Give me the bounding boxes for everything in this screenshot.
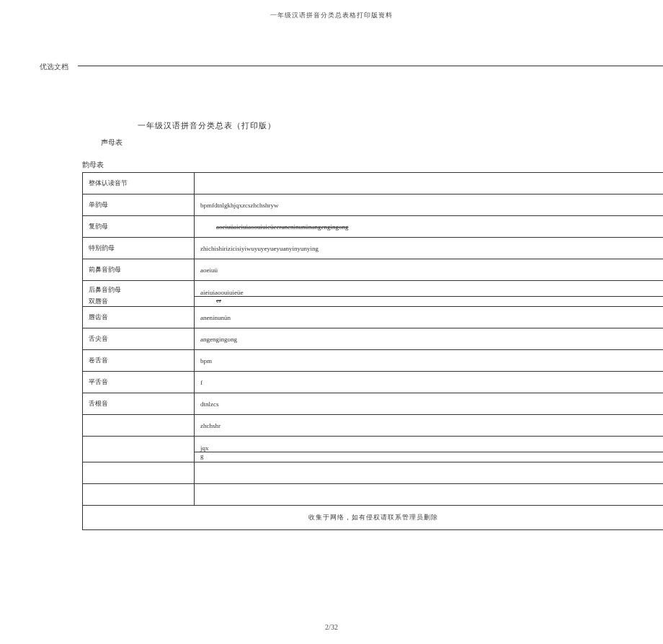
label-shengmu: 声母表 [101,138,663,148]
table-row: 特别韵母zhichishirizicisiyiwuyuyeyueyuanyiny… [83,238,664,259]
row-label: 卷舌音 [83,350,195,372]
row-label: 特别韵母 [83,238,195,259]
row-label: 前鼻音韵母 [83,259,195,281]
row-label: 整体认读音节 [83,173,195,194]
row-value: f [195,372,664,393]
table-row [83,462,664,484]
row-value: g [195,452,664,462]
table-row: 复韵母aoeiuüaieiuiaoouiuieüeeraneninunünang… [83,216,664,238]
page-header: 一年级汉语拼音分类总表格打印版资料 [0,0,663,20]
row-label: 单韵母 [83,194,195,216]
row-label: 平舌音 [83,372,195,393]
row-label: 复韵母 [83,216,195,238]
row-label [83,484,195,506]
table-row: 整体认读音节 [83,173,664,194]
row-value: angengingong [195,328,664,350]
table-row: 后鼻音韵母aieiuiaoouiuieüe [83,281,664,297]
row-value: zhchshr [195,415,664,437]
table-row [83,484,664,506]
row-value [195,462,664,484]
row-value: bpmfdtnlgkhjqxzcszhchshryw [195,194,664,216]
row-label [83,415,195,437]
row-label: 双唇音 [83,297,195,307]
row-value [195,484,664,506]
row-value: zhichishirizicisiyiwuyuyeyueyuanyinyunyi… [195,238,664,259]
row-value: aoeiuü [195,259,664,281]
row-label [83,452,195,462]
row-value: aieiuiaoouiuieüe [195,281,664,297]
table-row: 卷舌音bpm [83,350,664,372]
table-row: 舌根音dtnlzcs [83,393,664,415]
table-row: g [83,452,664,462]
table-row: 单韵母bpmfdtnlgkhjqxzcszhchshryw [83,194,664,216]
page-number: 2/32 [0,623,663,631]
row-label: 舌尖音 [83,328,195,350]
header-rule [78,66,663,66]
footer-note: 收集于网络，如有侵权请联系管理员删除 [89,513,657,522]
label-yunmu: 韵母表 [82,160,663,170]
pinyin-table: 整体认读音节单韵母bpmfdtnlgkhjqxzcszhchshryw复韵母ao… [82,172,663,530]
content-area: 一年级汉语拼音分类总表（打印版） 声母表 韵母表 整体认读音节单韵母bpmfdt… [82,120,663,530]
row-value: bpm [195,350,664,372]
table-row: 平舌音f [83,372,664,393]
row-value: er [195,297,664,307]
row-value: jqx [195,437,664,452]
row-value: aneninunün [195,307,664,328]
row-label: 唇齿音 [83,307,195,328]
table-row: 前鼻音韵母aoeiuü [83,259,664,281]
row-value [195,173,664,194]
row-label [83,462,195,484]
table-row: 收集于网络，如有侵权请联系管理员删除 [83,506,664,530]
row-value: aoeiuüaieiuiaoouiuieüeeraneninunünangeng… [195,216,664,238]
table-row: 唇齿音aneninunün [83,307,664,328]
doc-tag: 优选文档 [40,62,68,72]
row-label: 舌根音 [83,393,195,415]
row-label [83,437,195,452]
page-title: 一年级汉语拼音分类总表（打印版） [138,120,663,131]
table-row: jqx [83,437,664,452]
table-row: 双唇音er [83,297,664,307]
row-label: 后鼻音韵母 [83,281,195,297]
row-value: dtnlzcs [195,393,664,415]
table-row: 舌尖音angengingong [83,328,664,350]
table-row: zhchshr [83,415,664,437]
